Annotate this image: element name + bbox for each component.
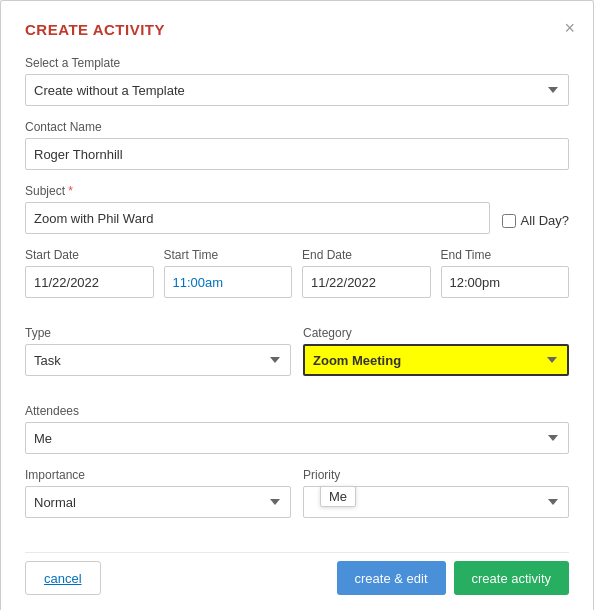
type-select[interactable]: Task	[25, 344, 291, 376]
end-time-input[interactable]	[441, 266, 570, 298]
subject-row: All Day?	[25, 202, 569, 234]
attendees-select[interactable]: Me	[25, 422, 569, 454]
type-category-row: Type Task Category Zoom Meeting	[25, 326, 569, 390]
create-edit-button[interactable]: create & edit	[337, 561, 446, 595]
attendees-field: Attendees Me	[25, 404, 569, 454]
create-activity-button[interactable]: create activity	[454, 561, 569, 595]
me-bubble: Me	[320, 486, 356, 507]
end-time-field: End Time	[441, 248, 570, 298]
start-time-input[interactable]	[164, 266, 293, 298]
all-day-wrap: All Day?	[502, 213, 569, 234]
right-buttons: create & edit create activity	[337, 561, 569, 595]
priority-label: Priority	[303, 468, 569, 482]
cancel-button[interactable]: cancel	[25, 561, 101, 595]
subject-section: Subject * All Day?	[25, 184, 569, 234]
importance-select[interactable]: Normal	[25, 486, 291, 518]
contact-label: Contact Name	[25, 120, 569, 134]
dialog-footer: cancel create & edit create activity	[25, 552, 569, 595]
template-label: Select a Template	[25, 56, 569, 70]
template-field: Select a Template Create without a Templ…	[25, 56, 569, 106]
start-date-input[interactable]	[25, 266, 154, 298]
start-time-label: Start Time	[164, 248, 293, 262]
end-date-label: End Date	[302, 248, 431, 262]
category-field: Category Zoom Meeting	[303, 326, 569, 376]
all-day-label: All Day?	[521, 213, 569, 228]
date-time-row: Start Date Start Time End Date End Time	[25, 248, 569, 312]
end-time-label: End Time	[441, 248, 570, 262]
subject-label: Subject *	[25, 184, 569, 198]
template-select[interactable]: Create without a Template	[25, 74, 569, 106]
category-label: Category	[303, 326, 569, 340]
create-activity-dialog: CREATE ACTIVITY × Select a Template Crea…	[0, 0, 594, 610]
type-field: Type Task	[25, 326, 291, 376]
start-time-field: Start Time	[164, 248, 293, 298]
importance-label: Importance	[25, 468, 291, 482]
attendees-label: Attendees	[25, 404, 569, 418]
dialog-title: CREATE ACTIVITY	[25, 21, 569, 38]
end-date-input[interactable]	[302, 266, 431, 298]
start-date-field: Start Date	[25, 248, 154, 298]
all-day-checkbox[interactable]	[502, 214, 516, 228]
close-button[interactable]: ×	[564, 19, 575, 37]
end-date-field: End Date	[302, 248, 431, 298]
importance-priority-row: Importance Normal Priority Me	[25, 468, 569, 532]
type-label: Type	[25, 326, 291, 340]
start-date-label: Start Date	[25, 248, 154, 262]
importance-field: Importance Normal	[25, 468, 291, 518]
contact-name-field: Contact Name	[25, 120, 569, 170]
subject-input-wrap	[25, 202, 490, 234]
contact-input[interactable]	[25, 138, 569, 170]
subject-input[interactable]	[25, 202, 490, 234]
category-select[interactable]: Zoom Meeting	[303, 344, 569, 376]
